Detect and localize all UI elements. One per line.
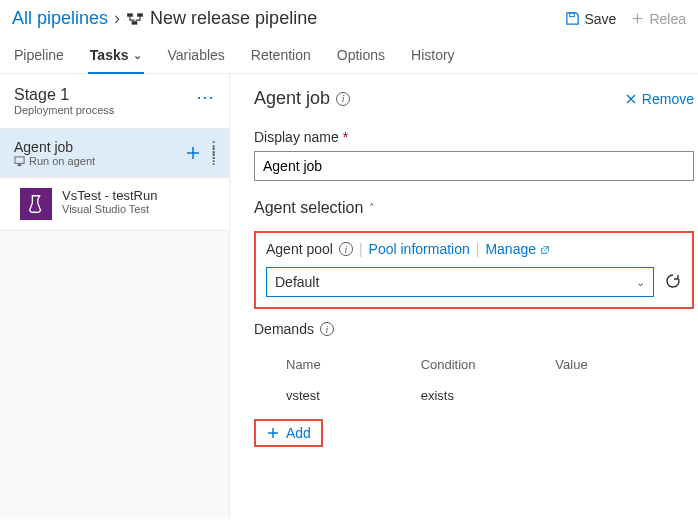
sidebar-agent-job[interactable]: Agent job Run on agent ⡇⡇⡇ <box>0 129 229 178</box>
agent-icon <box>14 156 25 167</box>
release-button[interactable]: Relea <box>630 11 686 27</box>
display-name-input[interactable] <box>254 151 694 181</box>
task-subtitle: Visual Studio Test <box>62 203 157 215</box>
info-icon[interactable]: i <box>339 242 353 256</box>
agent-pool-label: Agent pool <box>266 241 333 257</box>
chevron-down-icon: ⌄ <box>636 276 645 289</box>
chevron-up-icon: ˄ <box>369 202 375 215</box>
demands-table-header: Name Condition Value <box>254 349 694 380</box>
svg-rect-4 <box>15 156 24 162</box>
refresh-icon <box>664 272 682 290</box>
pipeline-icon <box>126 10 144 28</box>
job-subtitle: Run on agent <box>14 155 95 167</box>
tab-variables[interactable]: Variables <box>166 39 227 73</box>
agent-pool-select[interactable]: Default ⌄ <box>266 267 654 297</box>
close-icon <box>624 92 638 106</box>
svg-rect-0 <box>127 13 133 16</box>
plus-icon <box>630 11 645 26</box>
svg-rect-5 <box>18 164 22 166</box>
main-panel: Agent job i Remove Display name* Agent s… <box>230 74 698 519</box>
breadcrumb-current: New release pipeline <box>150 8 317 29</box>
tab-retention[interactable]: Retention <box>249 39 313 73</box>
agent-pool-section: Agent pool i | Pool information | Manage… <box>254 231 694 309</box>
plus-icon <box>266 426 280 440</box>
add-demand-button[interactable]: Add <box>254 419 323 447</box>
breadcrumb-root-link[interactable]: All pipelines <box>12 8 108 29</box>
demands-label: Demands <box>254 321 314 337</box>
job-title: Agent job <box>14 139 95 155</box>
display-name-label: Display name* <box>254 129 694 145</box>
svg-rect-1 <box>137 13 143 16</box>
add-task-icon[interactable] <box>183 143 203 163</box>
manage-link[interactable]: Manage <box>485 241 549 257</box>
save-icon <box>565 11 580 26</box>
external-link-icon <box>540 245 550 255</box>
chevron-down-icon: ⌄ <box>133 49 142 62</box>
info-icon[interactable]: i <box>320 322 334 336</box>
stage-subtitle: Deployment process <box>14 104 114 116</box>
demands-row[interactable]: vstest exists <box>254 380 694 411</box>
breadcrumb-separator: › <box>114 8 120 29</box>
vstest-icon <box>20 188 52 220</box>
tab-history[interactable]: History <box>409 39 457 73</box>
info-icon[interactable]: i <box>336 92 350 106</box>
tabs: Pipeline Tasks ⌄ Variables Retention Opt… <box>0 39 698 74</box>
stage-header[interactable]: Stage 1 Deployment process ⋯ <box>0 74 229 129</box>
stage-menu-button[interactable]: ⋯ <box>196 86 215 108</box>
agent-selection-toggle[interactable]: Agent selection ˄ <box>254 199 694 217</box>
sidebar-task-vstest[interactable]: VsTest - testRun Visual Studio Test <box>0 178 229 231</box>
page-title: Agent job i <box>254 88 350 109</box>
save-button[interactable]: Save <box>565 11 616 27</box>
tab-tasks[interactable]: Tasks ⌄ <box>88 39 144 73</box>
tab-pipeline[interactable]: Pipeline <box>12 39 66 73</box>
svg-rect-2 <box>132 21 138 24</box>
task-title: VsTest - testRun <box>62 188 157 203</box>
drag-handle-icon[interactable]: ⡇⡇⡇ <box>211 144 219 162</box>
breadcrumb: All pipelines › New release pipeline <box>12 8 317 29</box>
refresh-button[interactable] <box>664 272 682 293</box>
stage-title: Stage 1 <box>14 86 114 104</box>
remove-button[interactable]: Remove <box>624 91 694 107</box>
tab-options[interactable]: Options <box>335 39 387 73</box>
pool-information-link[interactable]: Pool information <box>369 241 470 257</box>
sidebar: Stage 1 Deployment process ⋯ Agent job R… <box>0 74 230 519</box>
